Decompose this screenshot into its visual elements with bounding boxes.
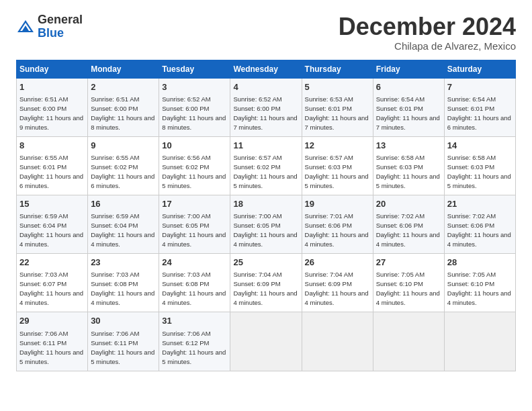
day-number: 22 — [19, 257, 85, 269]
calendar-cell: 17 Sunrise: 7:00 AMSunset: 6:05 PMDaylig… — [159, 195, 230, 253]
calendar-cell: 14 Sunrise: 6:58 AMSunset: 6:03 PMDaylig… — [444, 136, 515, 195]
weekday-header-row: SundayMondayTuesdayWednesdayThursdayFrid… — [17, 60, 516, 78]
calendar-week-2: 8 Sunrise: 6:55 AMSunset: 6:01 PMDayligh… — [17, 136, 516, 195]
day-number: 23 — [91, 257, 156, 269]
day-number: 7 — [447, 81, 513, 93]
day-number: 28 — [447, 257, 513, 269]
calendar-cell: 3 Sunrise: 6:52 AMSunset: 6:00 PMDayligh… — [159, 78, 230, 136]
day-info: Sunrise: 7:04 AMSunset: 6:09 PMDaylight:… — [233, 271, 297, 306]
page-header: General Blue December 2024 Chilapa de Al… — [16, 13, 516, 52]
calendar-cell — [302, 312, 373, 371]
calendar-cell: 18 Sunrise: 7:00 AMSunset: 6:05 PMDaylig… — [230, 195, 302, 253]
calendar-cell: 13 Sunrise: 6:58 AMSunset: 6:03 PMDaylig… — [373, 136, 444, 195]
weekday-header-sunday: Sunday — [17, 60, 88, 78]
calendar-cell: 26 Sunrise: 7:04 AMSunset: 6:09 PMDaylig… — [302, 254, 373, 312]
calendar-cell: 25 Sunrise: 7:04 AMSunset: 6:09 PMDaylig… — [230, 254, 302, 312]
day-info: Sunrise: 6:54 AMSunset: 6:01 PMDaylight:… — [376, 95, 440, 131]
day-info: Sunrise: 6:54 AMSunset: 6:01 PMDaylight:… — [447, 95, 511, 131]
day-info: Sunrise: 7:06 AMSunset: 6:11 PMDaylight:… — [19, 330, 83, 365]
logo-icon — [16, 19, 35, 35]
day-info: Sunrise: 6:58 AMSunset: 6:03 PMDaylight:… — [376, 154, 440, 189]
day-number: 25 — [233, 257, 298, 269]
calendar-cell: 16 Sunrise: 6:59 AMSunset: 6:04 PMDaylig… — [88, 195, 159, 253]
day-number: 27 — [376, 257, 441, 269]
day-number: 11 — [233, 140, 298, 152]
day-number: 12 — [305, 140, 370, 152]
calendar-cell: 27 Sunrise: 7:05 AMSunset: 6:10 PMDaylig… — [373, 254, 444, 312]
calendar-week-1: 1 Sunrise: 6:51 AMSunset: 6:00 PMDayligh… — [17, 78, 516, 136]
calendar-cell: 31 Sunrise: 7:06 AMSunset: 6:12 PMDaylig… — [159, 312, 230, 371]
calendar-cell — [230, 312, 302, 371]
day-number: 15 — [19, 198, 85, 210]
day-info: Sunrise: 7:06 AMSunset: 6:11 PMDaylight:… — [91, 330, 154, 365]
day-info: Sunrise: 6:52 AMSunset: 6:00 PMDaylight:… — [233, 95, 297, 131]
calendar-cell: 20 Sunrise: 7:02 AMSunset: 6:06 PMDaylig… — [373, 195, 444, 253]
calendar-week-3: 15 Sunrise: 6:59 AMSunset: 6:04 PMDaylig… — [17, 195, 516, 253]
logo-text: General Blue — [38, 13, 83, 40]
logo-general: General — [38, 13, 83, 26]
calendar-cell: 10 Sunrise: 6:56 AMSunset: 6:02 PMDaylig… — [159, 136, 230, 195]
day-number: 2 — [91, 81, 156, 93]
calendar-week-4: 22 Sunrise: 7:03 AMSunset: 6:07 PMDaylig… — [17, 254, 516, 312]
weekday-header-friday: Friday — [373, 60, 444, 78]
day-number: 5 — [305, 81, 370, 93]
day-info: Sunrise: 6:59 AMSunset: 6:04 PMDaylight:… — [91, 212, 154, 248]
day-number: 17 — [162, 198, 227, 210]
day-info: Sunrise: 6:57 AMSunset: 6:03 PMDaylight:… — [305, 154, 369, 189]
day-info: Sunrise: 6:55 AMSunset: 6:02 PMDaylight:… — [91, 154, 154, 189]
calendar-cell: 7 Sunrise: 6:54 AMSunset: 6:01 PMDayligh… — [444, 78, 515, 136]
calendar-week-5: 29 Sunrise: 7:06 AMSunset: 6:11 PMDaylig… — [17, 312, 516, 371]
calendar-cell: 8 Sunrise: 6:55 AMSunset: 6:01 PMDayligh… — [17, 136, 88, 195]
day-number: 10 — [162, 140, 227, 152]
day-info: Sunrise: 7:00 AMSunset: 6:05 PMDaylight:… — [233, 212, 297, 248]
calendar-cell: 1 Sunrise: 6:51 AMSunset: 6:00 PMDayligh… — [17, 78, 88, 136]
weekday-header-monday: Monday — [88, 60, 159, 78]
weekday-header-thursday: Thursday — [302, 60, 373, 78]
calendar-cell — [373, 312, 444, 371]
day-number: 8 — [19, 140, 85, 152]
day-info: Sunrise: 7:04 AMSunset: 6:09 PMDaylight:… — [305, 271, 369, 306]
location-subtitle: Chilapa de Alvarez, Mexico — [339, 40, 516, 52]
day-number: 1 — [19, 81, 85, 93]
calendar-cell: 9 Sunrise: 6:55 AMSunset: 6:02 PMDayligh… — [88, 136, 159, 195]
calendar-cell: 11 Sunrise: 6:57 AMSunset: 6:02 PMDaylig… — [230, 136, 302, 195]
day-number: 19 — [305, 198, 370, 210]
day-number: 26 — [305, 257, 370, 269]
day-number: 13 — [376, 140, 441, 152]
weekday-header-saturday: Saturday — [444, 60, 515, 78]
weekday-header-tuesday: Tuesday — [159, 60, 230, 78]
day-info: Sunrise: 7:00 AMSunset: 6:05 PMDaylight:… — [162, 212, 226, 248]
calendar-cell: 30 Sunrise: 7:06 AMSunset: 6:11 PMDaylig… — [88, 312, 159, 371]
day-info: Sunrise: 6:57 AMSunset: 6:02 PMDaylight:… — [233, 154, 297, 189]
day-number: 18 — [233, 198, 298, 210]
day-number: 4 — [233, 81, 298, 93]
day-info: Sunrise: 6:55 AMSunset: 6:01 PMDaylight:… — [19, 154, 83, 189]
day-info: Sunrise: 7:06 AMSunset: 6:12 PMDaylight:… — [162, 330, 226, 365]
day-number: 24 — [162, 257, 227, 269]
logo-blue: Blue — [38, 26, 64, 40]
day-info: Sunrise: 7:03 AMSunset: 6:08 PMDaylight:… — [162, 271, 226, 306]
calendar-table: SundayMondayTuesdayWednesdayThursdayFrid… — [16, 60, 516, 371]
day-info: Sunrise: 6:51 AMSunset: 6:00 PMDaylight:… — [91, 95, 154, 131]
weekday-header-wednesday: Wednesday — [230, 60, 302, 78]
day-info: Sunrise: 6:58 AMSunset: 6:03 PMDaylight:… — [447, 154, 511, 189]
day-number: 9 — [91, 140, 156, 152]
calendar-cell: 15 Sunrise: 6:59 AMSunset: 6:04 PMDaylig… — [17, 195, 88, 253]
calendar-cell: 29 Sunrise: 7:06 AMSunset: 6:11 PMDaylig… — [17, 312, 88, 371]
calendar-cell: 22 Sunrise: 7:03 AMSunset: 6:07 PMDaylig… — [17, 254, 88, 312]
calendar-cell: 23 Sunrise: 7:03 AMSunset: 6:08 PMDaylig… — [88, 254, 159, 312]
day-number: 29 — [19, 315, 85, 327]
day-info: Sunrise: 7:05 AMSunset: 6:10 PMDaylight:… — [447, 271, 511, 306]
calendar-cell: 28 Sunrise: 7:05 AMSunset: 6:10 PMDaylig… — [444, 254, 515, 312]
calendar-cell: 4 Sunrise: 6:52 AMSunset: 6:00 PMDayligh… — [230, 78, 302, 136]
day-info: Sunrise: 7:05 AMSunset: 6:10 PMDaylight:… — [376, 271, 440, 306]
calendar-cell — [444, 312, 515, 371]
day-info: Sunrise: 7:03 AMSunset: 6:08 PMDaylight:… — [91, 271, 154, 306]
day-number: 14 — [447, 140, 513, 152]
day-info: Sunrise: 6:56 AMSunset: 6:02 PMDaylight:… — [162, 154, 226, 189]
day-number: 20 — [376, 198, 441, 210]
day-number: 30 — [91, 315, 156, 327]
calendar-cell: 2 Sunrise: 6:51 AMSunset: 6:00 PMDayligh… — [88, 78, 159, 136]
day-info: Sunrise: 7:01 AMSunset: 6:06 PMDaylight:… — [305, 212, 369, 248]
day-info: Sunrise: 6:59 AMSunset: 6:04 PMDaylight:… — [19, 212, 83, 248]
